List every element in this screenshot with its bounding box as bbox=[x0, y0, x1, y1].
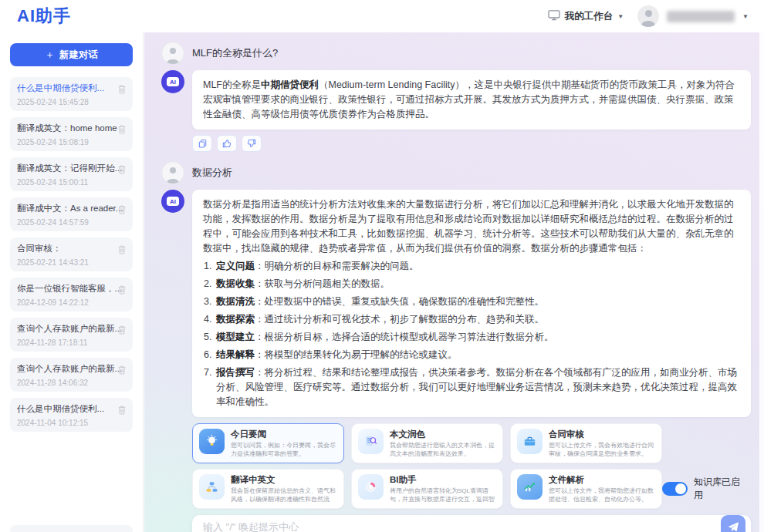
trash-icon[interactable] bbox=[117, 123, 127, 137]
trash-icon[interactable] bbox=[117, 364, 127, 378]
card-bi-assistant[interactable]: BI助手 将用户的自然语言转化为SQL查询语句，并直接与数据库进行交互，返回智能… bbox=[351, 469, 503, 509]
message-actions bbox=[192, 135, 751, 152]
history-item[interactable]: 合同审核： 2025-02-21 14:43:21 bbox=[10, 237, 133, 271]
thumbs-up-button[interactable] bbox=[217, 135, 237, 152]
ai-message-card: 数据分析是指用适当的统计分析方法对收集来的大量数据进行分析，将它们加以汇总和理解… bbox=[192, 190, 751, 417]
trend-icon bbox=[517, 474, 543, 500]
history-item[interactable]: 你是一位银行智能客服，... 2024-12-09 14:22:12 bbox=[10, 278, 133, 311]
workspace-menu[interactable]: 我的工作台 ▼ bbox=[548, 9, 624, 23]
translate-icon bbox=[199, 474, 225, 500]
trash-icon[interactable] bbox=[117, 204, 127, 217]
card-today-news[interactable]: 今日要闻 您可以问我，例如：今日要闻，我会尽力提供准确和可靠的答案。 bbox=[192, 423, 344, 463]
card-text-polish[interactable]: 本文润色 我会帮助您进行您输入的文本润色，提高文本的流畅度和表达效果。 bbox=[351, 423, 503, 463]
bulb-icon bbox=[199, 429, 225, 454]
prompt-input-bar bbox=[192, 515, 751, 532]
toggle-switch-on[interactable] bbox=[662, 482, 688, 496]
step-item: 2.数据收集：获取与分析问题相关的数据。 bbox=[203, 277, 740, 291]
history-item[interactable]: 查询个人存款账户的最新... 2024-11-28 14:06:32 bbox=[10, 358, 133, 392]
ai-avatar: AI bbox=[161, 190, 184, 213]
ai-intro: 数据分析是指用适当的统计分析方法对收集来的大量数据进行分析，将它们加以汇总和理解… bbox=[203, 197, 740, 256]
user-message-text: 数据分析 bbox=[192, 161, 232, 184]
thumbs-down-button[interactable] bbox=[242, 135, 262, 152]
new-chat-button[interactable]: ＋ 新建对话 bbox=[10, 43, 133, 66]
card-file-analysis[interactable]: 文件解析 您可以上传文件，我将帮助您进行如数据处理、信息检索、自动化办公等。 bbox=[510, 469, 662, 509]
briefcase-icon bbox=[517, 429, 543, 454]
user-message: 数据分析 bbox=[161, 161, 751, 184]
history-item[interactable]: 翻译成中文：As a reader... 2025-02-24 14:57:59 bbox=[10, 197, 133, 231]
user-avatar bbox=[161, 42, 184, 65]
step-item: 6.结果解释：将模型的结果转化为易于理解的结论或建议。 bbox=[203, 348, 740, 362]
knowledge-base-toggle[interactable]: 知识库已启用 bbox=[662, 476, 748, 502]
step-item: 4.数据探索：通过统计分析和可视化技术，初步了解数据的分布、趋势和关联。 bbox=[203, 312, 740, 327]
history-item[interactable]: 翻译成英文：home home 2025-02-24 15:08:19 bbox=[10, 117, 133, 151]
analysis-steps: 1.定义问题：明确分析的目标和需要解决的问题。 2.数据收集：获取与分析问题相关… bbox=[203, 259, 740, 409]
history-item[interactable]: 什么是中期借贷便利... 2024-11-04 10:12:15 bbox=[10, 398, 133, 432]
step-item: 1.定义问题：明确分析的目标和需要解决的问题。 bbox=[203, 259, 740, 274]
pie-chart-icon bbox=[358, 474, 384, 500]
plus-icon: ＋ bbox=[45, 48, 55, 62]
ai-message-card: MLF的全称是中期借贷便利（Medium-term Lending Facili… bbox=[192, 70, 751, 130]
monitor-icon bbox=[548, 9, 560, 23]
avatar[interactable] bbox=[637, 5, 659, 27]
ai-avatar: AI bbox=[161, 70, 184, 93]
trash-icon[interactable] bbox=[117, 244, 127, 258]
sidebar: ＋ 新建对话 什么是中期借贷便利... 2025-02-24 15:45:28 … bbox=[0, 32, 144, 532]
history-list: 什么是中期借贷便利... 2025-02-24 15:45:28 翻译成英文：h… bbox=[10, 77, 133, 432]
trash-icon[interactable] bbox=[117, 284, 127, 298]
trash-icon[interactable] bbox=[117, 163, 127, 177]
chat-input[interactable] bbox=[203, 521, 721, 532]
history-item[interactable]: 翻译成英文：记得刚开始... 2025-02-24 15:00:11 bbox=[10, 157, 133, 191]
workspace-label: 我的工作台 bbox=[565, 10, 614, 23]
history-item[interactable]: 查询个人存款账户的最新... 2024-11-28 17:18:11 bbox=[10, 318, 133, 352]
step-item: 3.数据清洗：处理数据中的错误、重复或缺失值，确保数据的准确性和完整性。 bbox=[203, 295, 740, 309]
ai-message: AI 数据分析是指用适当的统计分析方法对收集来的大量数据进行分析，将它们加以汇总… bbox=[161, 190, 751, 417]
history-item-partial[interactable] bbox=[10, 525, 133, 532]
ai-message: AI MLF的全称是中期借贷便利（Medium-term Lending Fac… bbox=[161, 70, 751, 130]
trash-icon[interactable] bbox=[117, 324, 127, 338]
feature-cards: 今日要闻 您可以问我，例如：今日要闻，我会尽力提供准确和可靠的答案。 bbox=[192, 423, 662, 509]
user-message: MLF的全称是什么? bbox=[161, 42, 751, 65]
send-button[interactable] bbox=[721, 515, 745, 532]
card-contract-review[interactable]: 合同审核 您可以上传文件，我会有效地进行合同审核，确保合同满足您的业务需求。 bbox=[510, 423, 662, 463]
username-redacted bbox=[667, 11, 735, 22]
user-message-text: MLF的全称是什么? bbox=[192, 42, 278, 65]
chat-area: MLF的全称是什么? AI MLF的全称是中期借贷便利（Medium-term … bbox=[144, 32, 764, 532]
step-item: 7.报告撰写：将分析过程、结果和结论整理成报告，供决策者参考。数据分析在各个领域… bbox=[203, 365, 740, 409]
person-icon bbox=[645, 10, 652, 17]
step-item: 5.模型建立：根据分析目标，选择合适的统计模型或机器学习算法进行数据分析。 bbox=[203, 330, 740, 345]
chevron-down-icon[interactable]: ▼ bbox=[742, 13, 749, 20]
copy-button[interactable] bbox=[192, 135, 212, 152]
app-window: AI助手 我的工作台 ▼ ▼ ＋ 新建对话 bbox=[0, 0, 764, 532]
paper-plane-icon bbox=[728, 521, 739, 532]
trash-icon[interactable] bbox=[117, 404, 127, 418]
knowledge-base-label: 知识库已启用 bbox=[694, 476, 748, 502]
polish-icon bbox=[358, 429, 384, 454]
topbar: AI助手 我的工作台 ▼ ▼ bbox=[0, 0, 764, 32]
history-item[interactable]: 什么是中期借贷便利... 2025-02-24 15:45:28 bbox=[10, 77, 133, 111]
scrollbar-track[interactable] bbox=[759, 0, 764, 532]
trash-icon[interactable] bbox=[117, 83, 127, 97]
card-translate[interactable]: 翻译中英文 我会旨在保留原始信息的含义、语气和风格，以确保翻译的准确性和自然流畅… bbox=[192, 469, 344, 509]
app-logo: AI助手 bbox=[17, 5, 71, 28]
user-avatar bbox=[161, 161, 184, 184]
chevron-down-icon: ▼ bbox=[617, 13, 624, 20]
